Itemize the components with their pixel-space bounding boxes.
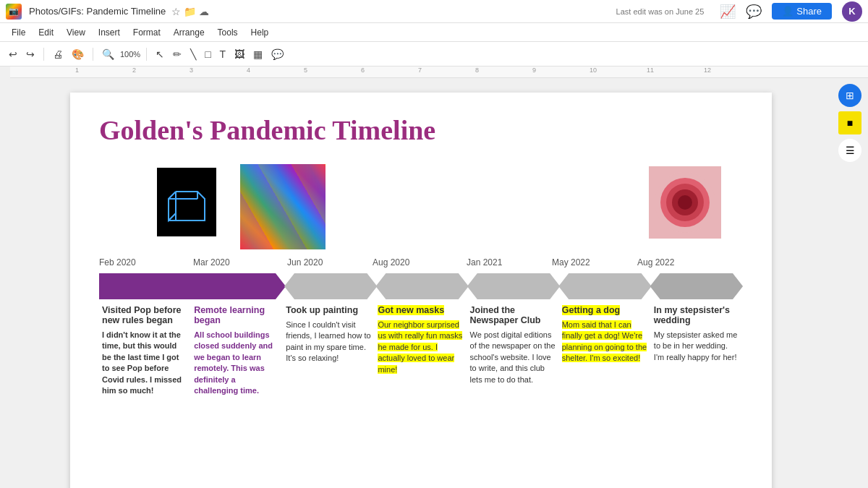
menu-insert[interactable]: Insert	[93, 26, 126, 39]
event-jan2021-title: Joined the Newspaper Club	[470, 305, 556, 325]
cursor-button[interactable]: ↖	[153, 47, 167, 61]
gray-arrow-3	[467, 273, 560, 299]
event-aug2020: Got new masks Our neighbor surprised us …	[375, 305, 467, 396]
heart-image[interactable]	[649, 166, 721, 239]
timeline-area: Feb 2020 Mar 2020 Jun 2020 Aug 2020 Jan …	[99, 160, 743, 396]
user-avatar[interactable]: K	[842, 1, 862, 22]
date-jan2021: Jan 2021	[467, 257, 552, 267]
menu-edit[interactable]: Edit	[33, 26, 59, 39]
date-aug2022: Aug 2022	[637, 257, 743, 267]
event-may2022: Getting a dog Mom said that I can finall…	[559, 305, 651, 396]
menu-arrange[interactable]: Arrange	[168, 26, 210, 39]
ruler-numbers: 1 2 3 4 5 6 7 8 9 10 11 12	[10, 67, 868, 74]
gray-arrow-1	[284, 273, 377, 299]
menu-help[interactable]: Help	[245, 26, 275, 39]
menu-tools[interactable]: Tools	[212, 26, 244, 39]
shape-button[interactable]: □	[202, 47, 213, 61]
event-mar2020: Remote learning began All school buildin…	[191, 305, 283, 396]
folder-icon[interactable]: 📁	[184, 6, 196, 17]
draw-button[interactable]: ✏	[170, 47, 184, 61]
arrow-timeline	[99, 273, 743, 299]
event-feb2020-body: I didn't know it at the time, but this w…	[102, 330, 188, 396]
painting-image[interactable]	[240, 164, 326, 249]
event-feb2020-title: Visited Pop before new rules began	[102, 305, 188, 325]
image-button[interactable]: 🖼	[231, 47, 247, 61]
table-button[interactable]: ▦	[250, 47, 265, 61]
date-may2022: May 2022	[552, 257, 637, 267]
trend-icon[interactable]: 📈	[720, 4, 736, 20]
event-mar2020-title: Remote learning began	[194, 305, 280, 325]
event-may2022-title: Getting a dog	[562, 305, 648, 315]
menu-bar: File Edit View Insert Format Arrange Too…	[0, 23, 868, 42]
event-may2022-body: Mom said that I can finally get a dog! W…	[562, 320, 648, 364]
ruler-5: 5	[302, 67, 359, 74]
ruler-1: 1	[74, 67, 131, 74]
ruler-4: 4	[245, 67, 302, 74]
event-mar2020-body: All school buildings closed suddenly and…	[194, 330, 280, 396]
event-jun2020: Took up painting Since I couldn't visit …	[283, 305, 375, 396]
last-edit-text: Last edit was on June 25	[616, 7, 705, 16]
menu-view[interactable]: View	[61, 26, 91, 39]
app-icon: 📷	[6, 4, 22, 20]
line-button[interactable]: ╲	[187, 47, 199, 61]
event-aug2020-body: Our neighbor surprised us with really fu…	[378, 320, 464, 375]
ruler-7: 7	[417, 67, 474, 74]
share-button[interactable]: 👤 Share	[772, 3, 832, 20]
date-jun2020: Jun 2020	[287, 257, 373, 267]
event-jun2020-title: Took up painting	[286, 305, 372, 315]
event-aug2022-body: My stepsister asked me to be in her wedd…	[654, 330, 740, 363]
date-mar2020: Mar 2020	[193, 257, 287, 267]
toolbar-sep-3	[146, 48, 147, 61]
date-feb2020: Feb 2020	[99, 257, 193, 267]
svg-point-8	[678, 195, 692, 210]
event-jan2021: Joined the Newspaper Club We post digita…	[467, 305, 559, 396]
star-icon[interactable]: ☆	[171, 6, 181, 17]
images-row	[99, 160, 743, 254]
event-feb2020: Visited Pop before new rules began I did…	[99, 305, 191, 396]
text-button[interactable]: T	[217, 47, 229, 61]
dates-row: Feb 2020 Mar 2020 Jun 2020 Aug 2020 Jan …	[99, 257, 743, 267]
toolbar-sep-1	[43, 48, 44, 61]
cloud-icon[interactable]: ☁	[199, 6, 209, 17]
gray-arrow-4	[558, 273, 651, 299]
cube-image[interactable]	[157, 168, 216, 236]
event-aug2022: In my stepsister's wedding My stepsister…	[651, 305, 743, 396]
ruler-12: 12	[702, 67, 760, 74]
undo-button[interactable]: ↩	[6, 47, 20, 61]
menu-format[interactable]: Format	[127, 26, 166, 39]
redo-button[interactable]: ↪	[23, 47, 38, 61]
comment-icon[interactable]: 💬	[746, 4, 762, 20]
ruler-6: 6	[359, 67, 417, 74]
sidebar-icon-2[interactable]: ■	[838, 111, 861, 134]
ruler-9: 9	[531, 67, 588, 74]
share-icon: 👤	[782, 6, 793, 17]
event-aug2022-title: In my stepsister's wedding	[654, 305, 740, 325]
cube-svg	[165, 181, 208, 224]
ruler: 1 2 3 4 5 6 7 8 9 10 11 12	[10, 67, 868, 78]
purple-arrow	[99, 273, 286, 299]
ruler-8: 8	[474, 67, 531, 74]
app-title: Photos/GIFs: Pandemic Timeline	[29, 6, 166, 17]
print-button[interactable]: 🖨	[50, 47, 66, 61]
comment-tb-button[interactable]: 💬	[268, 47, 286, 61]
gray-arrow-5	[650, 273, 743, 299]
title-icons: ☆ 📁 ☁	[171, 6, 209, 17]
paint-button[interactable]: 🎨	[69, 47, 87, 61]
canvas-area[interactable]: Golden's Pandemic Timeline	[10, 78, 832, 488]
menu-file[interactable]: File	[6, 26, 31, 39]
top-bar: 📷 Photos/GIFs: Pandemic Timeline ☆ 📁 ☁ L…	[0, 0, 868, 23]
sidebar-icon-3[interactable]: ☰	[838, 139, 861, 162]
toolbar: ↩ ↪ 🖨 🎨 🔍 100% ↖ ✏ ╲ □ T 🖼 ▦ 💬	[0, 42, 868, 67]
content-row: Visited Pop before new rules began I did…	[99, 305, 743, 396]
date-aug2020: Aug 2020	[373, 257, 467, 267]
ruler-11: 11	[645, 67, 702, 74]
zoom-level: 100%	[120, 50, 140, 59]
sidebar-icon-1[interactable]: ⊞	[838, 84, 861, 107]
ruler-10: 10	[588, 67, 645, 74]
slide: Golden's Pandemic Timeline	[70, 93, 772, 488]
zoom-button[interactable]: 🔍	[99, 47, 117, 61]
ruler-3: 3	[188, 67, 245, 74]
event-jan2021-body: We post digital editions of the newspape…	[470, 330, 556, 385]
event-jun2020-body: Since I couldn't visit friends, I learne…	[286, 320, 372, 364]
heart-svg	[652, 170, 718, 235]
